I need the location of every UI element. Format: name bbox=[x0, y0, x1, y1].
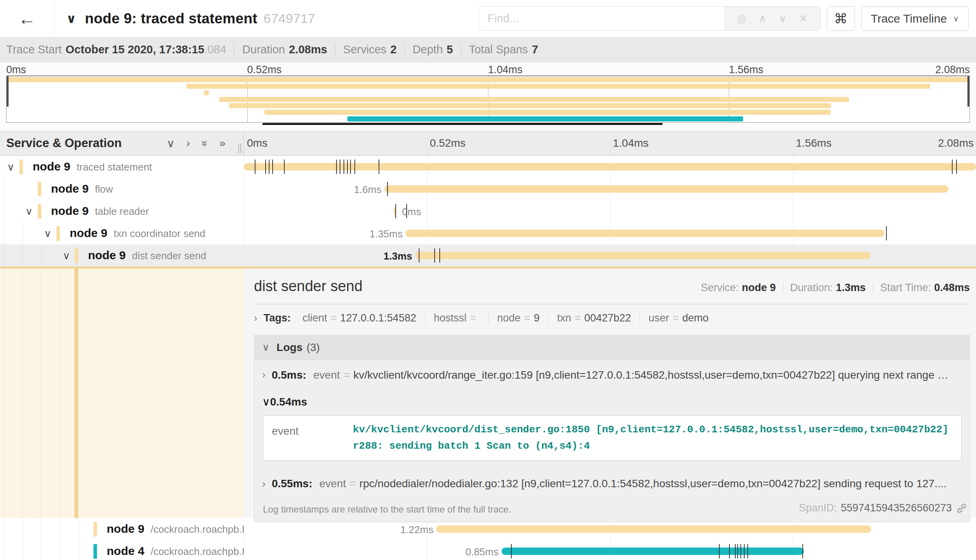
back-button[interactable]: ← bbox=[0, 0, 55, 37]
span-name-cell[interactable]: ∨ node 9traced statement bbox=[0, 156, 244, 178]
operation-name: flow bbox=[95, 183, 113, 195]
service-name: node 9 bbox=[88, 249, 126, 262]
clear-find-icon[interactable]: ✕ bbox=[799, 12, 808, 25]
log-timestamp: 0.54ms bbox=[270, 396, 307, 408]
log-entry-3[interactable]: › 0.55ms: event = rpc/nodedialer/nodedia… bbox=[262, 470, 962, 498]
span-name-cell[interactable]: ∨ node 9dist sender send bbox=[0, 244, 244, 267]
span-timeline-cell[interactable]: 1.3ms bbox=[244, 244, 976, 267]
minimap-right-scrubber[interactable] bbox=[967, 76, 969, 107]
span-timeline-cell[interactable]: 0.85ms bbox=[244, 540, 976, 560]
deep-link-icon[interactable] bbox=[956, 502, 967, 514]
span-name-cell[interactable]: node 9/cockroach.roachpb.I... bbox=[0, 518, 244, 540]
span-bar[interactable] bbox=[502, 548, 804, 555]
collapse-all-icon[interactable]: » bbox=[198, 140, 211, 146]
duration-label: 1.22ms bbox=[400, 524, 433, 536]
span-name-cell[interactable]: ∨ node 9txn coordinator send bbox=[0, 222, 244, 244]
span-timeline-cell[interactable]: 1.35ms bbox=[244, 222, 976, 244]
span-row-traced-statement[interactable]: ∨ node 9traced statement bbox=[0, 156, 976, 178]
service-label: Service: bbox=[701, 282, 739, 294]
span-row-roachpb-node9[interactable]: node 9/cockroach.roachpb.I... 1.22ms bbox=[0, 518, 976, 540]
chevron-right-icon: › bbox=[254, 312, 257, 324]
span-row-dist-sender-send[interactable]: ∨ node 9dist sender send 1.3ms bbox=[0, 244, 976, 267]
log-kv-table: event kv/kvclient/kvcoord/dist_sender.go… bbox=[263, 415, 962, 461]
span-name-cell[interactable]: node 4/cockroach.roachpb.I... bbox=[0, 540, 244, 560]
span-name-cell[interactable]: ∨ node 9table reader bbox=[0, 200, 244, 222]
minimap-canvas[interactable] bbox=[6, 75, 970, 123]
log-marker-tick bbox=[747, 544, 748, 558]
span-bar[interactable] bbox=[244, 163, 976, 170]
collapse-one-icon[interactable]: ∨ bbox=[167, 137, 175, 150]
log-marker-tick bbox=[719, 544, 720, 558]
log-key: event bbox=[313, 369, 340, 381]
match-target-icon[interactable]: ◎ bbox=[737, 12, 747, 25]
span-bar[interactable] bbox=[436, 525, 871, 533]
log-marker-tick bbox=[434, 248, 435, 263]
duration-label: Duration: bbox=[790, 282, 833, 294]
span-detail-indent-area bbox=[0, 269, 244, 518]
log-marker-tick bbox=[952, 160, 953, 174]
collapse-chevron-icon[interactable]: ∨ bbox=[44, 228, 51, 240]
span-color-bar bbox=[75, 248, 78, 263]
minimap-scrubber-bar[interactable] bbox=[262, 123, 662, 125]
span-row-roachpb-node4[interactable]: node 4/cockroach.roachpb.I... 0.85ms bbox=[0, 540, 976, 560]
column-resize-handle[interactable] bbox=[238, 144, 242, 153]
trace-view-selector[interactable]: Trace Timeline ∨ bbox=[861, 6, 969, 31]
chevron-right-icon: › bbox=[262, 369, 266, 381]
span-timeline-cell[interactable]: 1.6ms bbox=[244, 178, 976, 200]
span-rows: ∨ node 9traced statement node 9flow 1.6m… bbox=[0, 156, 976, 560]
service-operation-header: Service & Operation ∨ › » » bbox=[0, 131, 244, 155]
log-entry-2: ∨ 0.54ms event kv/kvclient/kvcoord/dist_… bbox=[262, 389, 962, 470]
axis-tick: 0ms bbox=[247, 137, 268, 149]
log-entry-1[interactable]: › 0.5ms: event = kv/kvclient/kvcoord/ran… bbox=[262, 361, 962, 389]
log-marker-tick bbox=[284, 160, 285, 174]
log-entry-2-toggle[interactable]: ∨ 0.54ms bbox=[262, 395, 962, 408]
collapse-chevron-icon[interactable]: ∨ bbox=[63, 250, 70, 262]
span-row-txn-coordinator-send[interactable]: ∨ node 9txn coordinator send 1.35ms bbox=[0, 222, 976, 244]
service-name: node 4 bbox=[107, 544, 144, 557]
operation-name: /cockroach.roachpb.I... bbox=[151, 523, 244, 535]
span-timeline-cell[interactable]: 0ms bbox=[244, 200, 976, 222]
tag-user: user=demo bbox=[640, 312, 717, 324]
trace-summary-bar: Trace Start October 15 2020, 17:38:15 .0… bbox=[0, 37, 976, 62]
span-timeline-cell[interactable]: 1.22ms bbox=[244, 518, 976, 540]
axis-tick: 0.52ms bbox=[430, 137, 466, 149]
trace-collapse-chevron-icon[interactable]: ∨ bbox=[66, 11, 76, 26]
axis-tick: 1.56ms bbox=[796, 137, 832, 149]
log-timestamp: 0.5ms: bbox=[272, 369, 307, 381]
operation-name: table reader bbox=[95, 205, 149, 217]
keyboard-shortcuts-button[interactable]: ⌘ bbox=[827, 6, 855, 31]
tags-toggle[interactable]: › Tags: client=127.0.0.1:54582 hostssl= … bbox=[254, 312, 970, 324]
logs-toggle[interactable]: ∨ Logs (3) bbox=[254, 335, 969, 360]
services-label: Services bbox=[343, 43, 386, 56]
trace-id: 6749717 bbox=[264, 11, 315, 26]
service-name: node 9 bbox=[51, 204, 89, 217]
service-name: node 9 bbox=[33, 160, 70, 173]
duration-value: 2.08ms bbox=[289, 43, 327, 56]
span-bar[interactable] bbox=[384, 185, 948, 193]
span-row-flow[interactable]: node 9flow 1.6ms bbox=[0, 178, 976, 200]
log-marker-tick bbox=[336, 160, 337, 174]
log-marker-tick bbox=[340, 160, 340, 174]
span-bar[interactable] bbox=[415, 252, 870, 259]
minimap-left-scrubber[interactable] bbox=[7, 76, 9, 107]
span-name-cell[interactable]: node 9flow bbox=[0, 178, 244, 200]
command-icon: ⌘ bbox=[834, 11, 847, 26]
span-bar[interactable] bbox=[405, 230, 884, 237]
log-marker-tick bbox=[347, 160, 348, 174]
minimap-span-bar bbox=[204, 90, 209, 95]
duration-label: 1.3ms bbox=[384, 250, 412, 262]
log-marker-tick bbox=[802, 544, 803, 558]
trace-start-fraction: .084 bbox=[204, 43, 226, 56]
service-name: node 9 bbox=[70, 226, 107, 239]
chevron-down-icon: ∨ bbox=[262, 341, 270, 353]
collapse-chevron-icon[interactable]: ∨ bbox=[7, 161, 14, 173]
span-timeline-cell[interactable] bbox=[244, 156, 976, 178]
next-match-icon[interactable]: ∨ bbox=[779, 12, 787, 25]
span-row-table-reader[interactable]: ∨ node 9table reader 0ms bbox=[0, 200, 976, 222]
expand-all-icon[interactable]: » bbox=[219, 137, 226, 150]
log-marker-tick bbox=[744, 544, 745, 558]
prev-match-icon[interactable]: ∧ bbox=[759, 12, 766, 25]
expand-one-icon[interactable]: › bbox=[187, 137, 190, 150]
find-input[interactable] bbox=[479, 7, 724, 30]
collapse-chevron-icon[interactable]: ∨ bbox=[25, 205, 33, 218]
